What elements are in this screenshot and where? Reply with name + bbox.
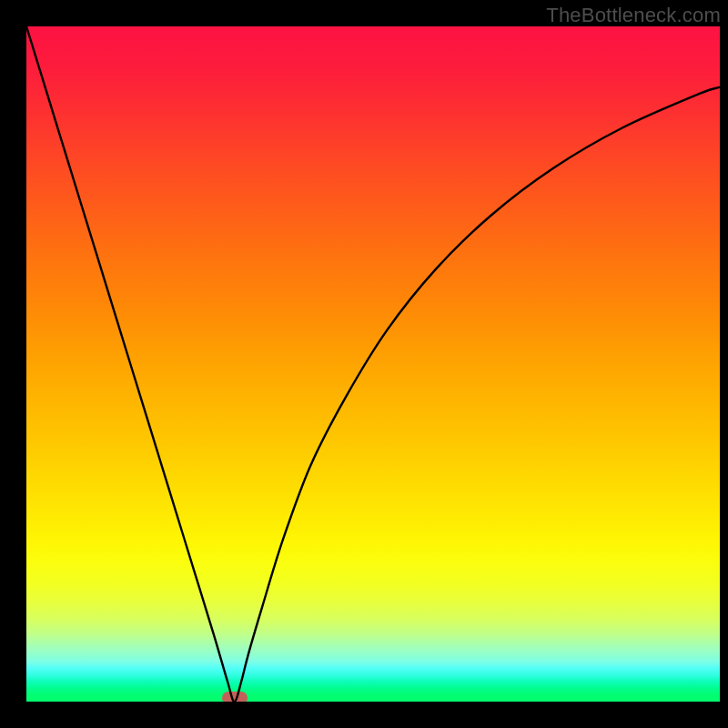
bottleneck-curve: [26, 26, 720, 702]
chart-frame: TheBottleneck.com: [0, 0, 728, 728]
plot-area: [26, 26, 720, 702]
watermark-text: TheBottleneck.com: [546, 4, 721, 27]
curve-svg: [26, 26, 720, 702]
